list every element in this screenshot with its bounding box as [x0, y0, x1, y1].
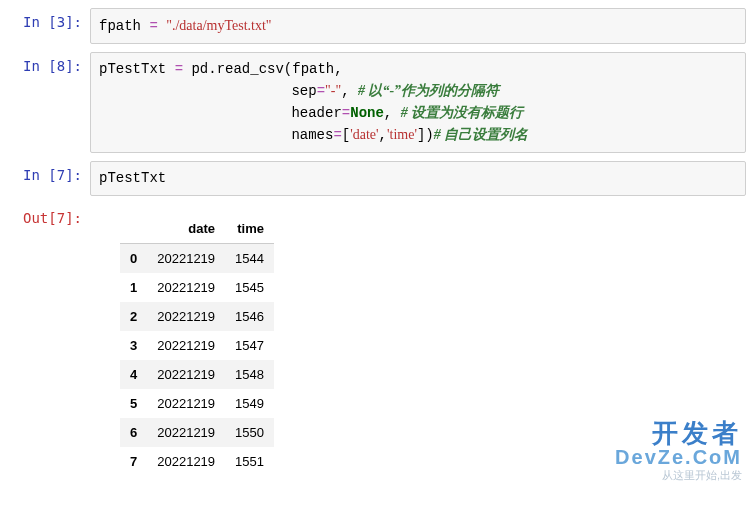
- code-input[interactable]: fpath = "./data/myTest.txt": [90, 8, 746, 44]
- cell-time: 1546: [225, 302, 274, 331]
- keyword-none: None: [350, 105, 384, 121]
- operator: =: [175, 61, 183, 77]
- cell-time: 1545: [225, 273, 274, 302]
- comma: ,: [384, 105, 392, 121]
- kwarg: header: [291, 105, 341, 121]
- row-index: 2: [120, 302, 147, 331]
- cell-date: 20221219: [147, 244, 225, 274]
- table-row: 1 20221219 1545: [120, 273, 274, 302]
- cell-time: 1550: [225, 418, 274, 447]
- cell-time: 1548: [225, 360, 274, 389]
- variable: fpath: [99, 18, 141, 34]
- cell-date: 20221219: [147, 389, 225, 418]
- row-index: 1: [120, 273, 147, 302]
- equals: =: [342, 105, 350, 121]
- variable: pTestTxt: [99, 61, 166, 77]
- bracket-close: ]): [417, 127, 434, 143]
- table-row: 6 20221219 1550: [120, 418, 274, 447]
- code-cell-3: In [3]: fpath = "./data/myTest.txt": [0, 8, 746, 44]
- comment: # 自己设置列名: [434, 127, 529, 142]
- cell-time: 1547: [225, 331, 274, 360]
- table-row: 0 20221219 1544: [120, 244, 274, 274]
- cell-date: 20221219: [147, 302, 225, 331]
- code-cell-7: In [7]: pTestTxt: [0, 161, 746, 196]
- row-index: 7: [120, 447, 147, 476]
- cell-time: 1544: [225, 244, 274, 274]
- dataframe-table: date time 0 20221219 1544 1 20221219 154…: [120, 214, 274, 476]
- column-header: date: [147, 214, 225, 244]
- row-index: 0: [120, 244, 147, 274]
- equals: =: [333, 127, 341, 143]
- output-area: date time 0 20221219 1544 1 20221219 154…: [90, 204, 746, 476]
- table-header-row: date time: [120, 214, 274, 244]
- code-line: sep="-", # 以“-”作为列的分隔符: [99, 80, 737, 102]
- output-cell-7: Out[7]: date time 0 20221219 1544 1 2022…: [0, 204, 746, 476]
- input-prompt: In [8]:: [0, 52, 90, 153]
- kwarg: sep: [291, 83, 316, 99]
- table-row: 7 20221219 1551: [120, 447, 274, 476]
- row-index: 4: [120, 360, 147, 389]
- cell-date: 20221219: [147, 360, 225, 389]
- cell-time: 1549: [225, 389, 274, 418]
- output-prompt: Out[7]:: [0, 204, 90, 476]
- row-index: 6: [120, 418, 147, 447]
- comment: # 设置为没有标题行: [401, 105, 524, 120]
- variable: pTestTxt: [99, 170, 166, 186]
- string-literal: "-": [325, 83, 341, 98]
- code-line: names=['date','time'])# 自己设置列名: [99, 124, 737, 146]
- code-cell-8: In [8]: pTestTxt = pd.read_csv(fpath, se…: [0, 52, 746, 153]
- row-index: 5: [120, 389, 147, 418]
- cell-date: 20221219: [147, 331, 225, 360]
- input-prompt: In [3]:: [0, 8, 90, 44]
- index-header: [120, 214, 147, 244]
- bracket-open: [: [342, 127, 350, 143]
- code-line: pTestTxt = pd.read_csv(fpath,: [99, 59, 737, 80]
- cell-time: 1551: [225, 447, 274, 476]
- table-row: 3 20221219 1547: [120, 331, 274, 360]
- code-input[interactable]: pTestTxt: [90, 161, 746, 196]
- cell-date: 20221219: [147, 418, 225, 447]
- code-line: header=None, # 设置为没有标题行: [99, 102, 737, 124]
- comment: # 以“-”作为列的分隔符: [358, 83, 499, 98]
- string-literal: "./data/myTest.txt": [166, 18, 271, 33]
- kwarg: names: [291, 127, 333, 143]
- comma: ,: [379, 127, 387, 143]
- string-literal: 'time': [387, 127, 417, 142]
- code-input[interactable]: pTestTxt = pd.read_csv(fpath, sep="-", #…: [90, 52, 746, 153]
- equals: =: [317, 83, 325, 99]
- table-row: 5 20221219 1549: [120, 389, 274, 418]
- cell-date: 20221219: [147, 273, 225, 302]
- table-row: 4 20221219 1548: [120, 360, 274, 389]
- row-index: 3: [120, 331, 147, 360]
- string-literal: 'date': [350, 127, 378, 142]
- func-call: pd.read_csv(fpath,: [191, 61, 342, 77]
- input-prompt: In [7]:: [0, 161, 90, 196]
- column-header: time: [225, 214, 274, 244]
- operator: =: [149, 18, 157, 34]
- table-row: 2 20221219 1546: [120, 302, 274, 331]
- comma: ,: [341, 83, 349, 99]
- cell-date: 20221219: [147, 447, 225, 476]
